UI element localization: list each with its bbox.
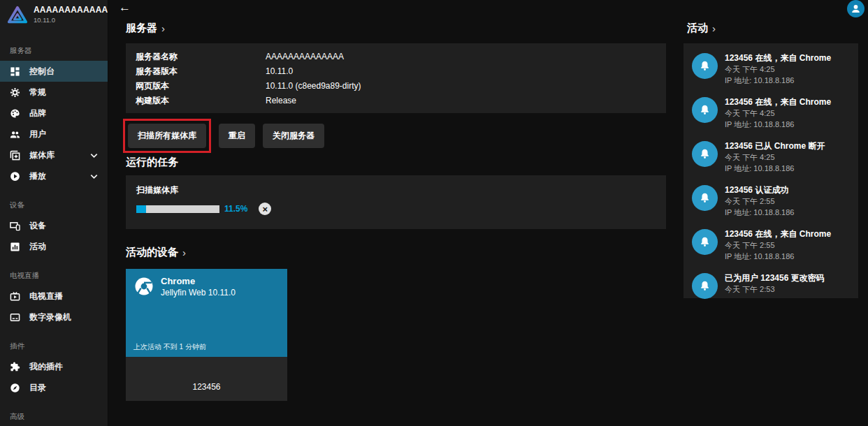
user-menu-button[interactable] xyxy=(847,0,865,17)
running-tasks-title: 运行的任务 xyxy=(126,156,178,169)
activity-item-title: 123456 认证成功 xyxy=(725,185,794,196)
activity-item-time: 今天 下午 2:53 xyxy=(725,284,825,295)
activity-item-text: 123456 在线，来自 Chrome 今天 下午 4:25 IP 地址: 10… xyxy=(725,53,831,86)
chevron-right-icon: › xyxy=(712,22,716,34)
activity-item-ip: IP 地址: 10.18.8.186 xyxy=(725,75,831,86)
task-progress-row: 11.5% × xyxy=(136,203,656,215)
activity-item-text: 123456 在线，来自 Chrome 今天 下午 2:55 IP 地址: 10… xyxy=(725,229,831,262)
sidebar-item-label: 设备 xyxy=(29,220,99,232)
sidebar-item-devices[interactable]: 设备 xyxy=(0,215,108,236)
dashboard-icon xyxy=(10,66,20,77)
activity-item: 123456 认证成功 今天 下午 2:55 IP 地址: 10.18.8.18… xyxy=(683,179,858,223)
cancel-task-button[interactable]: × xyxy=(259,203,271,215)
sidebar-item-branding[interactable]: 品牌 xyxy=(0,103,108,124)
activity-item: 123456 在线，来自 Chrome 今天 下午 4:25 IP 地址: 10… xyxy=(683,91,858,135)
running-task-card: 扫描媒体库 11.5% × xyxy=(126,175,666,229)
activity-item: 123456 在线，来自 Chrome 今天 下午 2:55 IP 地址: 10… xyxy=(683,223,858,267)
activity-heading[interactable]: 活动 › xyxy=(687,22,716,35)
bell-icon xyxy=(692,141,718,167)
bell-icon xyxy=(692,185,718,211)
server-actions: 扫描所有媒体库 重启 关闭服务器 xyxy=(123,119,324,153)
play-circle-icon xyxy=(10,171,20,182)
server-section-heading[interactable]: 服务器 › xyxy=(126,22,165,35)
sidebar-section-label-plugins: 插件 xyxy=(0,328,108,356)
sidebar-section-label-livetv: 电视直播 xyxy=(0,257,108,286)
device-client-info: Chrome Jellyfin Web 10.11.0 xyxy=(161,276,236,350)
sidebar-item-general[interactable]: 常规 xyxy=(0,82,108,103)
sidebar-item-label: 品牌 xyxy=(29,108,99,119)
jellyfin-logo-icon xyxy=(7,5,28,26)
sidebar-item-dvr[interactable]: 数字录像机 xyxy=(0,307,108,328)
info-label: 网页版本 xyxy=(136,80,266,91)
sidebar-item-label: 活动 xyxy=(29,241,99,253)
activity-item-time: 今天 下午 4:25 xyxy=(725,64,831,75)
library-icon xyxy=(10,150,20,161)
chevron-down-icon[interactable] xyxy=(89,171,99,182)
info-label: 构建版本 xyxy=(136,95,266,106)
server-info-card: 服务器名称 AAAAAAAAAAAAAA 服务器版本 10.11.0 网页版本 … xyxy=(126,43,666,113)
device-last-active: 上次活动 不到 1 分钟前 xyxy=(133,342,206,352)
devices-icon xyxy=(10,221,20,231)
activity-item-time: 今天 下午 2:55 xyxy=(725,240,831,251)
bell-icon xyxy=(692,97,718,123)
app-header[interactable]: AAAAAAAAAAAAAA 10.11.0 xyxy=(0,0,108,32)
bell-icon xyxy=(692,273,718,299)
gear-icon xyxy=(10,87,20,98)
chevron-down-icon[interactable] xyxy=(89,150,99,161)
activity-item-text: 123456 已从 Chrome 断开 今天 下午 4:25 IP 地址: 10… xyxy=(725,141,825,174)
bell-icon xyxy=(692,229,718,255)
activity-item-text: 123456 在线，来自 Chrome 今天 下午 4:25 IP 地址: 10… xyxy=(725,97,831,130)
activity-item-title: 123456 在线，来自 Chrome xyxy=(725,97,831,108)
info-value: 10.11.0 (c8eed9a89-dirty) xyxy=(266,80,361,91)
activity-item: 已为用户 123456 更改密码 今天 下午 2:53 xyxy=(683,267,858,304)
sidebar-item-catalog[interactable]: 目录 xyxy=(0,377,108,398)
activity-item-ip: IP 地址: 10.18.8.186 xyxy=(725,163,825,174)
puzzle-icon xyxy=(10,362,20,372)
running-tasks-heading: 运行的任务 xyxy=(126,156,178,169)
sidebar-item-activity[interactable]: 活动 xyxy=(0,236,108,257)
sidebar-item-dashboard[interactable]: 控制台 xyxy=(0,61,108,82)
sidebar-section-label-devices: 设备 xyxy=(0,186,108,215)
activity-item-title: 123456 在线，来自 Chrome xyxy=(725,53,831,64)
info-label: 服务器版本 xyxy=(136,66,266,77)
sidebar-item-label: 电视直播 xyxy=(29,291,99,302)
activity-item-title: 已为用户 123456 更改密码 xyxy=(725,273,825,284)
sidebar-item-users[interactable]: 用户 xyxy=(0,124,108,145)
chevron-right-icon: › xyxy=(161,22,165,34)
device-card[interactable]: Chrome Jellyfin Web 10.11.0 上次活动 不到 1 分钟… xyxy=(126,269,287,401)
active-devices-title: 活动的设备 xyxy=(126,246,178,259)
back-button[interactable]: ← xyxy=(119,1,131,15)
sidebar-item-libraries[interactable]: 媒体库 xyxy=(0,145,108,166)
scan-all-libraries-button[interactable]: 扫描所有媒体库 xyxy=(128,124,206,148)
info-value: Release xyxy=(266,95,296,106)
dvr-icon xyxy=(10,312,20,323)
info-value: AAAAAAAAAAAAAA xyxy=(266,51,344,62)
activity-item-ip: IP 地址: 10.18.8.186 xyxy=(725,251,831,262)
sidebar-item-label: 我的插件 xyxy=(29,361,99,373)
restart-button[interactable]: 重启 xyxy=(219,124,255,148)
chevron-right-icon: › xyxy=(182,247,186,258)
annotation-highlight-box: 扫描所有媒体库 xyxy=(123,119,211,153)
sidebar-item-live-tv[interactable]: 电视直播 xyxy=(0,286,108,307)
sidebar-item-my-plugins[interactable]: 我的插件 xyxy=(0,356,108,377)
activity-item-time: 今天 下午 2:55 xyxy=(725,196,794,207)
device-user-name: 123456 xyxy=(192,382,220,392)
sidebar-item-label: 控制台 xyxy=(29,66,99,78)
activity-title: 活动 xyxy=(687,22,708,35)
back-arrow-icon: ← xyxy=(119,1,131,14)
app-version: 10.11.0 xyxy=(34,16,108,24)
main-content: ← 服务器 › 服务器名称 AAAAAAAAAAAAAA 服务器版本 10.11… xyxy=(109,0,683,426)
live-tv-icon xyxy=(10,291,20,302)
activity-item-title: 123456 已从 Chrome 断开 xyxy=(725,141,825,152)
sidebar-item-playback[interactable]: 播放 xyxy=(0,166,108,186)
task-progress-bar xyxy=(136,205,219,213)
activity-item-ip: IP 地址: 10.18.8.186 xyxy=(725,119,831,130)
activity-item-time: 今天 下午 4:25 xyxy=(725,108,831,119)
shutdown-server-button[interactable]: 关闭服务器 xyxy=(263,124,324,148)
activity-item-ip: IP 地址: 10.18.8.186 xyxy=(725,207,794,218)
activity-log-card: 123456 在线，来自 Chrome 今天 下午 4:25 IP 地址: 10… xyxy=(683,43,858,298)
activity-item-time: 今天 下午 4:25 xyxy=(725,152,825,163)
active-devices-heading[interactable]: 活动的设备 › xyxy=(126,246,186,259)
task-progress-fill xyxy=(136,205,146,213)
info-value: 10.11.0 xyxy=(266,66,293,77)
